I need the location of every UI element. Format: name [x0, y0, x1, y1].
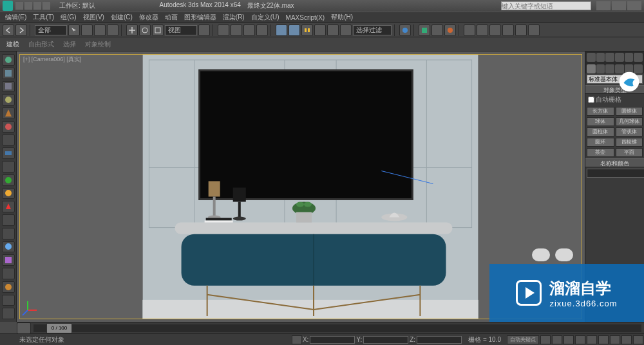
btn-plane[interactable]: 平面 [616, 148, 643, 157]
select-region-button[interactable] [94, 24, 106, 36]
schematic-button[interactable] [340, 24, 352, 36]
nav3-button[interactable] [575, 335, 585, 344]
undo-button[interactable] [3, 24, 14, 36]
autogrid-checkbox[interactable] [588, 97, 594, 103]
minimize-button[interactable] [596, 1, 611, 10]
ref-coord-dropdown[interactable]: 视图 [165, 25, 197, 35]
menu-render[interactable]: 渲染(R) [220, 13, 247, 22]
extra2-button[interactable] [477, 24, 488, 36]
cat-geom-icon[interactable] [587, 64, 596, 73]
menu-edit[interactable]: 编辑(E) [3, 13, 29, 22]
tab-objpaint[interactable]: 对象绘制 [81, 40, 115, 49]
nav1-button[interactable] [552, 335, 562, 344]
mirror-button[interactable] [289, 24, 300, 36]
quick-access-icons[interactable] [15, 1, 54, 10]
ltool-5[interactable] [2, 107, 15, 119]
menu-view[interactable]: 视图(V) [80, 13, 107, 22]
ltool-20[interactable] [2, 308, 15, 319]
material-editor-button[interactable] [399, 24, 411, 36]
btn-pyramid[interactable]: 四棱锥 [616, 138, 643, 147]
percent-snap-button[interactable] [243, 24, 255, 36]
cat-lights-icon[interactable] [605, 64, 614, 73]
spinner-snap-button[interactable] [256, 24, 268, 36]
ltool-1[interactable] [2, 54, 15, 66]
ltool-19[interactable] [2, 295, 15, 306]
btn-cylinder[interactable]: 圆柱体 [587, 127, 614, 136]
time-slider[interactable]: 0 / 100 [33, 324, 641, 332]
search-input[interactable] [501, 1, 591, 10]
menu-graph[interactable]: 图形编辑器 [182, 13, 219, 22]
nav5-button[interactable] [598, 335, 609, 344]
tab-create-icon[interactable] [587, 53, 596, 62]
tab-hierarchy-icon[interactable] [605, 53, 614, 62]
ltool-11[interactable] [2, 188, 15, 200]
x-input[interactable] [310, 336, 355, 344]
ltool-7[interactable] [2, 135, 15, 146]
nav6-button[interactable] [610, 335, 620, 344]
named-sets-button[interactable] [276, 24, 287, 36]
menu-maxscript[interactable]: MAXScript(X) [283, 14, 328, 21]
ltool-4[interactable] [2, 94, 15, 106]
menu-help[interactable]: 帮助(H) [328, 13, 355, 22]
z-input[interactable] [417, 336, 462, 344]
ltool-9[interactable] [2, 161, 15, 172]
rollout-namecolor[interactable]: 名称和颜色 [585, 158, 644, 167]
ltool-12[interactable] [2, 201, 15, 212]
render-setup-button[interactable] [419, 24, 430, 36]
btn-teapot[interactable]: 茶壶 [587, 148, 614, 157]
tab-selection[interactable]: 选择 [59, 40, 80, 49]
rotate-button[interactable] [139, 24, 151, 36]
render-frame-button[interactable] [431, 24, 443, 36]
lock-button[interactable] [292, 335, 302, 344]
select-name-button[interactable] [81, 24, 93, 36]
window-crossing-button[interactable] [107, 24, 118, 36]
menu-group[interactable]: 组(G) [58, 13, 79, 22]
tab-utilities-icon[interactable] [634, 53, 643, 62]
nav4-button[interactable] [587, 335, 597, 344]
named-selection-dropdown[interactable]: 选择过滤 [353, 25, 392, 35]
cat-shapes-icon[interactable] [596, 64, 605, 73]
btn-sphere[interactable]: 球体 [587, 117, 614, 126]
time-handle[interactable]: 0 / 100 [46, 323, 72, 333]
menu-modifiers[interactable]: 修改器 [137, 13, 161, 22]
pivot-button[interactable] [198, 24, 210, 36]
object-name-input[interactable] [587, 169, 644, 178]
btn-tube[interactable]: 管状体 [616, 127, 643, 136]
btn-torus[interactable]: 圆环 [587, 138, 614, 147]
curve-editor-button[interactable] [327, 24, 339, 36]
menu-create[interactable]: 创建(C) [108, 13, 135, 22]
snap-button[interactable] [218, 24, 229, 36]
ltool-6[interactable] [2, 121, 15, 133]
ltool-2[interactable] [2, 68, 15, 79]
timeline-prev-button[interactable] [17, 322, 31, 334]
workspace-label[interactable]: 工作区: 默认 [59, 1, 95, 10]
tab-display-icon[interactable] [625, 53, 634, 62]
align-button[interactable] [301, 24, 313, 36]
ltool-14[interactable] [2, 228, 15, 239]
extra4-button[interactable] [502, 24, 514, 36]
tab-freeform[interactable]: 自由形式 [24, 40, 58, 49]
scale-button[interactable] [152, 24, 164, 36]
angle-snap-button[interactable] [231, 24, 242, 36]
extra3-button[interactable] [489, 24, 501, 36]
menu-customize[interactable]: 自定义(U) [249, 13, 282, 22]
layers-button[interactable] [314, 24, 326, 36]
btn-geosphere[interactable]: 几何球体 [616, 117, 643, 126]
nav2-button[interactable] [564, 335, 574, 344]
nav7-button[interactable] [621, 335, 632, 344]
ltool-10[interactable] [2, 174, 15, 186]
extra1-button[interactable] [464, 24, 475, 36]
extra5-button[interactable] [515, 24, 527, 36]
redo-button[interactable] [15, 24, 27, 36]
close-button[interactable] [627, 1, 641, 10]
ltool-15[interactable] [2, 241, 15, 253]
selection-filter[interactable]: 全部 [35, 25, 67, 35]
btn-box[interactable]: 长方体 [587, 107, 614, 116]
tab-motion-icon[interactable] [615, 53, 624, 62]
play-button[interactable] [540, 335, 551, 344]
tab-modify-icon[interactable] [596, 53, 605, 62]
move-button[interactable] [126, 24, 138, 36]
ltool-3[interactable] [2, 81, 15, 93]
ltool-17[interactable] [2, 268, 15, 279]
nav8-button[interactable] [633, 335, 643, 344]
